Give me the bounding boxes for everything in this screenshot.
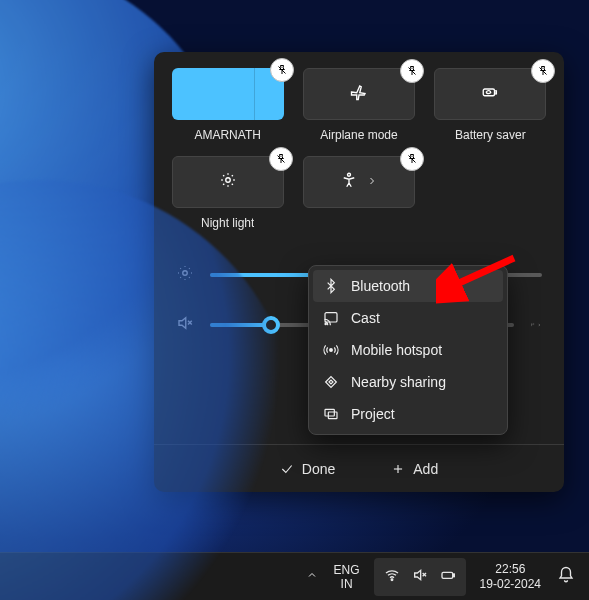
unpin-battery-button[interactable] [531, 59, 555, 83]
svg-point-21 [325, 323, 326, 324]
system-tray-button[interactable] [374, 558, 466, 596]
tile-label: Battery saver [455, 128, 526, 142]
menu-item-project[interactable]: Project [313, 398, 503, 430]
menu-item-hotspot[interactable]: Mobile hotspot [313, 334, 503, 366]
taskbar: ENG IN 22:56 19-02-2024 [0, 552, 589, 600]
done-button[interactable]: Done [270, 455, 345, 483]
date-text: 19-02-2024 [480, 577, 541, 592]
svg-rect-29 [442, 572, 453, 578]
tile-battery-saver: Battery saver [433, 68, 548, 142]
volume-mute-icon [176, 314, 194, 336]
add-button[interactable]: Add [381, 455, 448, 483]
battery-icon [440, 567, 456, 586]
language-button[interactable]: ENG IN [324, 553, 370, 600]
accessibility-toggle[interactable] [303, 156, 415, 208]
tile-label: Airplane mode [320, 128, 397, 142]
wifi-icon [384, 567, 400, 586]
notifications-button[interactable] [551, 566, 589, 587]
svg-rect-30 [453, 574, 454, 577]
tile-wifi: AMARNATH [170, 68, 285, 142]
unpin-airplane-button[interactable] [400, 59, 424, 83]
lang-top: ENG [334, 563, 360, 577]
svg-point-12 [347, 173, 350, 176]
svg-line-17 [188, 321, 192, 325]
lang-bottom: IN [341, 577, 353, 591]
menu-label: Bluetooth [351, 278, 410, 294]
menu-item-nearby[interactable]: Nearby sharing [313, 366, 503, 398]
airplane-icon [350, 83, 368, 105]
tile-night-light: Night light [170, 156, 285, 230]
svg-point-9 [225, 178, 230, 183]
project-icon [323, 406, 339, 422]
menu-item-cast[interactable]: Cast [313, 302, 503, 334]
volume-mute-icon [412, 567, 428, 586]
svg-point-15 [183, 271, 188, 276]
cast-icon [323, 310, 339, 326]
wifi-toggle[interactable] [172, 68, 284, 120]
svg-point-26 [391, 579, 393, 581]
clock-button[interactable]: 22:56 19-02-2024 [470, 553, 551, 600]
menu-item-bluetooth[interactable]: Bluetooth [313, 270, 503, 302]
tray-overflow-button[interactable] [288, 569, 324, 584]
add-label: Add [413, 461, 438, 477]
airplane-toggle[interactable] [303, 68, 415, 120]
svg-rect-6 [495, 91, 497, 94]
battery-leaf-icon [481, 83, 499, 105]
desktop-wallpaper: AMARNATH Airplane mode [0, 0, 589, 600]
bell-icon [557, 566, 575, 584]
night-light-icon [219, 171, 237, 193]
night-light-toggle[interactable] [172, 156, 284, 208]
unpin-wifi-button[interactable] [270, 58, 294, 82]
chevron-right-icon [366, 175, 378, 190]
battery-saver-toggle[interactable] [434, 68, 546, 120]
done-label: Done [302, 461, 335, 477]
svg-rect-20 [325, 313, 337, 322]
panel-bottom-bar: Done Add [154, 444, 564, 492]
brightness-icon [176, 264, 194, 286]
unpin-nightlight-button[interactable] [269, 147, 293, 171]
bluetooth-icon [323, 278, 339, 294]
tile-airplane: Airplane mode [301, 68, 416, 142]
menu-label: Cast [351, 310, 380, 326]
chevron-up-icon [306, 569, 318, 581]
unpin-accessibility-button[interactable] [400, 147, 424, 171]
accessibility-icon [340, 171, 358, 193]
nearby-icon [323, 374, 339, 390]
add-tile-menu: Bluetooth Cast Mobile hotspot Nearby sha… [308, 265, 508, 435]
menu-label: Project [351, 406, 395, 422]
quick-tiles-grid: AMARNATH Airplane mode [170, 68, 548, 230]
tile-label: Night light [201, 216, 254, 230]
svg-point-22 [330, 349, 333, 352]
audio-output-button[interactable] [530, 320, 542, 330]
tile-label: AMARNATH [194, 128, 260, 142]
hotspot-icon [323, 342, 339, 358]
menu-label: Mobile hotspot [351, 342, 442, 358]
svg-rect-24 [328, 412, 337, 419]
menu-label: Nearby sharing [351, 374, 446, 390]
svg-rect-23 [325, 409, 334, 416]
time-text: 22:56 [495, 562, 525, 577]
tile-accessibility [301, 156, 416, 230]
svg-line-16 [188, 321, 192, 325]
